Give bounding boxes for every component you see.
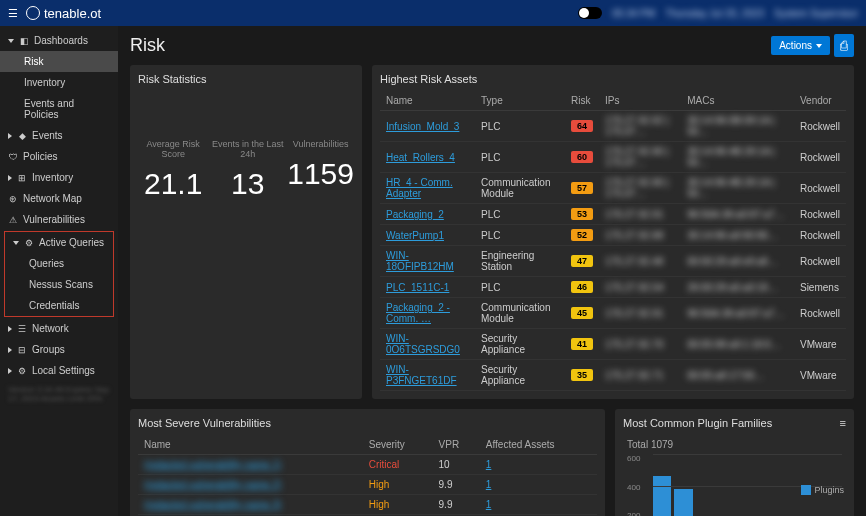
chart-legend: Plugins <box>801 485 844 495</box>
date: Thursday Jul 20, 2023 <box>665 8 764 19</box>
sidebar-item-nessus-scans[interactable]: Nessus Scans <box>5 274 113 295</box>
queries-icon: ⚙ <box>24 238 34 248</box>
content: Risk Actions ⎙ Risk Statistics Average R… <box>118 26 866 516</box>
risk-badge: 52 <box>571 229 593 241</box>
asset-link[interactable]: HR_4 - Comm. Adapter <box>386 177 453 199</box>
col-header[interactable]: Vendor <box>794 91 846 111</box>
sidebar-item-queries[interactable]: Queries <box>5 253 113 274</box>
risk-badge: 64 <box>571 120 593 132</box>
topbar: ☰ tenable.ot 05:34 PM Thursday Jul 20, 2… <box>0 0 866 26</box>
vuln-title: Most Severe Vulnerabilities <box>138 417 597 429</box>
table-row: Packaging_2PLC53170.27.92.9196:56A:38:a0… <box>380 204 846 225</box>
table-row: PLC_1511C-1PLC46175.27.92.5426:00:28:a5:… <box>380 277 846 298</box>
col-header[interactable]: VPR <box>433 435 480 455</box>
col-header[interactable]: Type <box>475 91 565 111</box>
table-row: Packaging_2 - Comm. …Communication Modul… <box>380 298 846 329</box>
col-header[interactable]: Name <box>380 91 475 111</box>
risk-badge: 47 <box>571 255 593 267</box>
asset-link[interactable]: Heat_Rollers_4 <box>386 152 455 163</box>
table-row: (redacted vulnerability name 2)High9.91 <box>138 475 597 495</box>
vuln-count: 1159 <box>287 157 354 191</box>
sidebar-local-settings[interactable]: ⚙Local Settings <box>0 360 118 381</box>
table-row: WIN-18OFIPB12HMEngineering Station47175.… <box>380 246 846 277</box>
settings-icon: ⚙ <box>17 366 27 376</box>
col-header[interactable]: MACs <box>681 91 794 111</box>
sidebar-network-map[interactable]: ⊛Network Map <box>0 188 118 209</box>
vuln-icon: ⚠ <box>8 215 18 225</box>
plugins-title: Most Common Plugin Families <box>623 417 772 429</box>
sidebar-item-credentials[interactable]: Credentials <box>5 295 113 316</box>
theme-toggle[interactable] <box>578 7 602 19</box>
stats-title: Risk Statistics <box>138 73 354 85</box>
asset-link[interactable]: WaterPump1 <box>386 230 444 241</box>
risk-badge: 60 <box>571 151 593 163</box>
risk-badge: 35 <box>571 369 593 381</box>
table-row: HR_4 - Comm. AdapterCommunication Module… <box>380 173 846 204</box>
risk-badge: 57 <box>571 182 593 194</box>
risk-badge: 45 <box>571 307 593 319</box>
asset-link[interactable]: Infusion_Mold_3 <box>386 121 459 132</box>
plugin-total: Total 1079 <box>627 439 842 450</box>
sidebar-policies[interactable]: 🛡Policies <box>0 146 118 167</box>
app-logo[interactable]: tenable.ot <box>26 6 101 21</box>
vuln-link[interactable]: (redacted vulnerability name 3) <box>144 499 281 510</box>
affected-link[interactable]: 1 <box>486 459 492 470</box>
sidebar-network[interactable]: ☰Network <box>0 318 118 339</box>
avg-risk-score: 21.1 <box>138 167 208 201</box>
dashboard-icon: ◧ <box>19 36 29 46</box>
menu-icon[interactable]: ☰ <box>8 7 18 20</box>
risk-badge: 41 <box>571 338 593 350</box>
risk-badge: 53 <box>571 208 593 220</box>
actions-button[interactable]: Actions <box>771 36 830 55</box>
asset-link[interactable]: WIN-P3FNGET61DF <box>386 364 457 386</box>
severity: Critical <box>363 455 433 475</box>
asset-link[interactable]: WIN-18OFIPB12HM <box>386 250 454 272</box>
asset-link[interactable]: Packaging_2 - Comm. … <box>386 302 450 324</box>
assets-title: Highest Risk Assets <box>380 73 846 85</box>
asset-link[interactable]: WIN-0O6TSGRSDG0 <box>386 333 460 355</box>
sidebar-active-queries[interactable]: ⚙Active Queries <box>5 232 113 253</box>
user-menu[interactable]: System Supervisor <box>774 8 858 19</box>
sidebar: ◧Dashboards Risk Inventory Events and Po… <box>0 26 118 516</box>
col-header[interactable]: IPs <box>599 91 681 111</box>
sidebar-item-risk[interactable]: Risk <box>0 51 118 72</box>
highest-risk-assets-panel: Highest Risk Assets NameTypeRiskIPsMACsV… <box>372 65 854 399</box>
events-icon: ◆ <box>17 131 27 141</box>
events-24h: 13 <box>208 167 287 201</box>
chart-bar[interactable] <box>653 476 671 516</box>
page-title: Risk <box>130 35 165 56</box>
version-info: Version 3.16.48 Expires Sep 17, 2023 Ass… <box>0 381 118 407</box>
col-header[interactable]: Name <box>138 435 363 455</box>
col-header[interactable]: Risk <box>565 91 599 111</box>
col-header[interactable]: Severity <box>363 435 433 455</box>
affected-link[interactable]: 1 <box>486 479 492 490</box>
sidebar-events[interactable]: ◆Events <box>0 125 118 146</box>
affected-link[interactable]: 1 <box>486 499 492 510</box>
panel-menu-icon[interactable]: ≡ <box>840 417 846 429</box>
export-icon[interactable]: ⎙ <box>834 34 854 57</box>
vuln-link[interactable]: (redacted vulnerability name 1) <box>144 459 281 470</box>
sidebar-item-inventory-dash[interactable]: Inventory <box>0 72 118 93</box>
table-row: (redacted vulnerability name 1)Critical1… <box>138 455 597 475</box>
sidebar-inventory[interactable]: ⊞Inventory <box>0 167 118 188</box>
col-header[interactable]: Affected Assets <box>480 435 597 455</box>
table-row: WaterPump1PLC52175.27.92.8830:14:96:a9:9… <box>380 225 846 246</box>
chart-bar[interactable] <box>674 489 692 516</box>
vuln-link[interactable]: (redacted vulnerability name 2) <box>144 479 281 490</box>
sidebar-dashboards[interactable]: ◧Dashboards <box>0 30 118 51</box>
severity: High <box>363 475 433 495</box>
vuln-table: NameSeverityVPRAffected Assets (redacted… <box>138 435 597 516</box>
severity: High <box>363 495 433 515</box>
table-row: (redacted vulnerability name 3)High9.91 <box>138 495 597 515</box>
sidebar-vulnerabilities[interactable]: ⚠Vulnerabilities <box>0 209 118 230</box>
table-row: WIN-P3FNGET61DFSecurity Appliance35175.2… <box>380 360 846 391</box>
active-queries-highlight: ⚙Active Queries Queries Nessus Scans Cre… <box>4 231 114 317</box>
sidebar-item-events-policies[interactable]: Events and Policies <box>0 93 118 125</box>
asset-link[interactable]: Packaging_2 <box>386 209 444 220</box>
policies-icon: 🛡 <box>8 152 18 162</box>
clock: 05:34 PM <box>612 8 655 19</box>
asset-link[interactable]: PLC_1511C-1 <box>386 282 449 293</box>
sidebar-groups[interactable]: ⊟Groups <box>0 339 118 360</box>
assets-table: NameTypeRiskIPsMACsVendor Infusion_Mold_… <box>380 91 846 391</box>
risk-statistics-panel: Risk Statistics Average Risk Score21.1 E… <box>130 65 362 399</box>
